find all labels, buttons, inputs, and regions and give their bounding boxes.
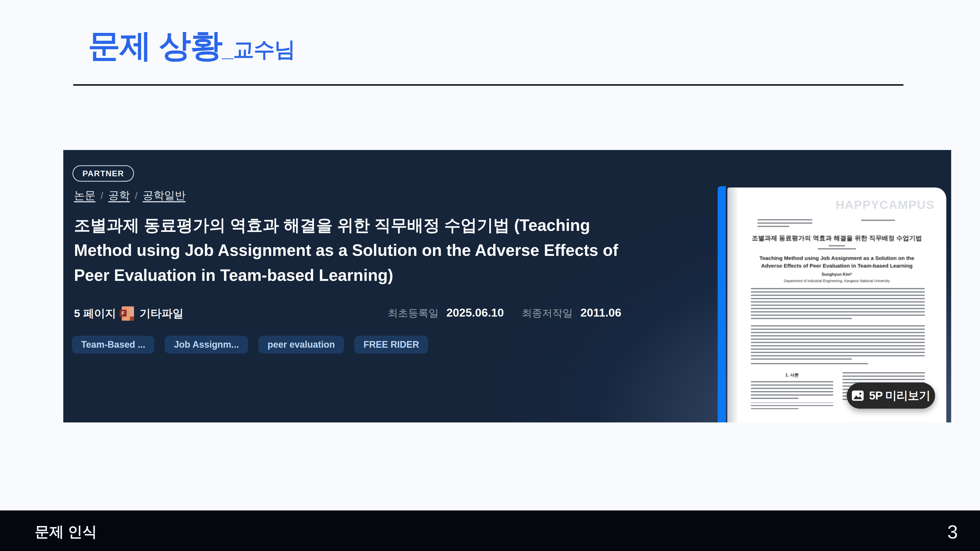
breadcrumb-item-engineering-general[interactable]: 공학일반 (143, 188, 186, 203)
footer-bar: 문제 인식 3 (0, 510, 980, 551)
document-spine (718, 186, 726, 422)
preview-button-label: 5P 미리보기 (869, 388, 930, 403)
meta-row: 5 페이지 F 기타파일 (74, 306, 183, 321)
keywords-line (751, 363, 868, 366)
partner-badge: PARTNER (73, 165, 134, 182)
tag-team-based[interactable]: Team-Based ... (72, 336, 154, 354)
doc-footnote-lines (751, 403, 833, 409)
doc-author-mini-lines (727, 245, 946, 249)
tag-peer-evaluation[interactable]: peer evaluation (258, 336, 344, 354)
doc-title-korean: 조별과제 동료평가의 역효과 해결을 위한 직무배정 수업기법 (727, 234, 946, 242)
doi-line (861, 219, 920, 229)
abstract-english-lines (751, 325, 925, 362)
listing-title: 조별과제 동료평가의 역효과 해결을 위한 직무배정 수업기법 (Teachin… (74, 213, 625, 288)
breadcrumb-item-papers[interactable]: 논문 (74, 188, 95, 203)
breadcrumb-item-engineering[interactable]: 공학 (108, 188, 130, 203)
tag-list: Team-Based ... Job Assignm... peer evalu… (72, 336, 428, 354)
first-registered-value: 2025.06.10 (446, 306, 504, 319)
doc-affiliation: Department of Industrial Engineering, Ka… (727, 279, 946, 283)
breadcrumb: 논문 / 공학 / 공학일반 (74, 188, 186, 203)
breadcrumb-separator: / (100, 190, 103, 201)
journal-info-lines (757, 219, 812, 229)
last-authored-label: 최종저작일 (522, 306, 573, 320)
slide-title-suffix: _교수님 (222, 38, 295, 61)
doc-title-english: Teaching Method using Job Assignment as … (743, 254, 931, 270)
tag-job-assignment[interactable]: Job Assignm... (165, 336, 248, 354)
slide-title-main: 문제 상황 (88, 27, 222, 64)
doc-author: Sunghyun Kim* (727, 272, 946, 277)
slide-title: 문제 상황_교수님 (88, 24, 295, 68)
happycampus-watermark: HAPPYCAMPUS (835, 198, 935, 212)
breadcrumb-separator: / (135, 190, 138, 201)
file-type-icon-letter: F (120, 310, 127, 317)
image-icon (852, 390, 864, 401)
doc-column-left: 1. 서론 (751, 372, 833, 411)
page-number: 3 (947, 521, 958, 543)
listing-card: PARTNER 논문 / 공학 / 공학일반 조별과제 동료평가의 역효과 해결… (63, 150, 951, 422)
first-registered-label: 최초등록일 (388, 306, 439, 320)
last-authored-value: 2011.06 (580, 306, 621, 319)
journal-header (757, 219, 920, 229)
doc-section-heading: 1. 서론 (751, 372, 833, 378)
meta-dates: 최초등록일 2025.06.10 최종저작일 2011.06 (388, 306, 621, 320)
preview-button[interactable]: 5P 미리보기 (847, 383, 935, 409)
page-count: 5 페이지 (74, 306, 116, 321)
title-underline (73, 84, 904, 86)
footer-section-label: 문제 인식 (35, 522, 97, 542)
file-type-label: 기타파일 (140, 306, 183, 321)
tag-free-rider[interactable]: FREE RIDER (354, 336, 428, 354)
file-type-icon: F (122, 306, 134, 321)
abstract-korean-lines (751, 288, 925, 321)
